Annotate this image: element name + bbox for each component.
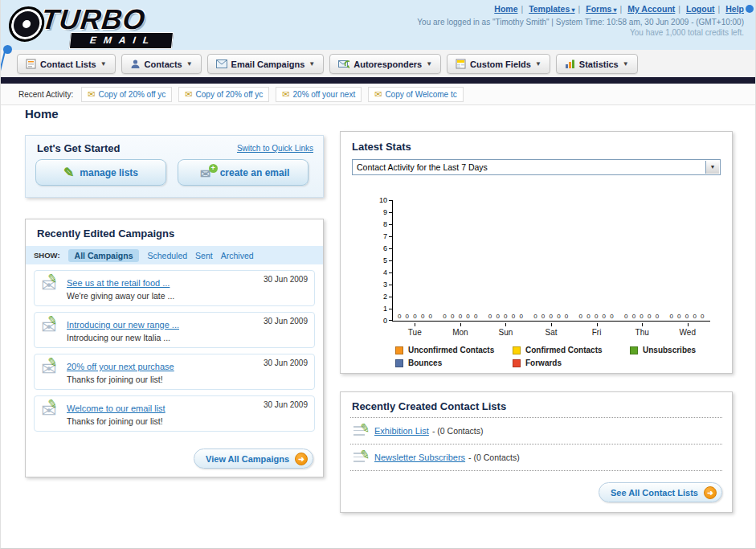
tab-autoresponders[interactable]: Autoresponders▼ <box>329 54 441 74</box>
see-all-contact-lists-button[interactable]: See All Contact Lists ➜ <box>599 482 722 502</box>
recent-activity-item[interactable]: ✉Copy of 20% off yc <box>178 87 269 102</box>
contact-list-link[interactable]: Newsletter Subscribers <box>374 453 465 462</box>
campaign-title-link[interactable]: See us at the retail food ... <box>67 278 170 288</box>
show-label: SHOW: <box>34 251 60 260</box>
legend-label: Unconfirmed Contacts <box>408 346 494 354</box>
contact-list-link[interactable]: Exhibition List <box>374 426 429 436</box>
login-info: You are logged in as "Timothy Smith" | S… <box>417 18 744 27</box>
campaign-title-link[interactable]: Welcome to our email list <box>67 404 166 413</box>
campaign-subtitle: Introducing our new Italia ... <box>67 333 259 342</box>
campaign-subtitle: We're giving away our late ... <box>67 291 259 301</box>
legend-label: Bounces <box>408 358 442 367</box>
campaign-date: 30 Jun 2009 <box>264 275 308 284</box>
logo-text-email: EMAIL <box>69 32 174 49</box>
tab-statistics[interactable]: Statistics▼ <box>556 54 638 74</box>
campaign-subtitle: Thanks for joining our list! <box>67 416 259 426</box>
see-all-contact-lists-label: See All Contact Lists <box>611 488 698 498</box>
filter-scheduled[interactable]: Scheduled <box>147 251 187 260</box>
recent-activity-text: Copy of 20% off yc <box>99 90 166 99</box>
chevron-down-icon: ▼ <box>623 60 629 68</box>
campaign-title-link[interactable]: 20% off your next purchase <box>67 362 174 371</box>
legend-swatch <box>395 346 403 354</box>
contact-list-row[interactable]: ✎ Newsletter Subscribers - (0 Contacts) <box>341 445 732 470</box>
tab-label: Contacts <box>145 59 182 69</box>
chevron-down-icon: ▼ <box>186 60 193 68</box>
view-all-campaigns-button[interactable]: View All Campaigns ➜ <box>194 449 313 469</box>
campaign-date: 30 Jun 2009 <box>264 358 308 367</box>
legend-item: Bounces <box>395 358 513 367</box>
tab-label: Email Campaigns <box>231 59 305 69</box>
tab-label: Autoresponders <box>353 59 422 69</box>
envelope-icon: ✉ <box>88 89 95 100</box>
campaigns-title: Recently Edited Campaigns <box>26 219 323 246</box>
nav-divider-bar <box>1 77 755 84</box>
tab-contact-lists[interactable]: Contact Lists▼ <box>17 54 116 74</box>
nav-separator: | <box>620 4 623 14</box>
envelope-pencil-icon: ✉✎ <box>39 400 67 423</box>
stats-chart-legend: Unconfirmed Contacts Confirmed Contacts … <box>395 346 717 371</box>
campaigns-filterbar: SHOW: All Campaigns Scheduled Sent Archi… <box>26 246 323 264</box>
nav-separator: | <box>678 4 680 14</box>
custom-fields-icon <box>456 59 466 69</box>
create-email-label: create an email <box>220 167 290 178</box>
campaigns-panel: Recently Edited Campaigns SHOW: All Camp… <box>25 219 324 477</box>
recent-activity-item[interactable]: ✉20% off your next <box>276 87 362 102</box>
envelope-plus-icon: ✉+ <box>197 166 215 179</box>
manage-lists-label: manage lists <box>80 167 138 178</box>
recent-activity-item[interactable]: ✉Copy of Welcome tc <box>368 87 464 102</box>
nav-link-logout[interactable]: Logout <box>686 4 715 14</box>
nav-separator: | <box>521 4 523 14</box>
legend-swatch <box>630 346 638 354</box>
email-campaigns-icon <box>216 59 227 68</box>
main-nav-bar: Contact Lists▼ Contacts▼ Email Campaigns… <box>1 50 755 77</box>
page-title: Home <box>25 107 59 121</box>
legend-label: Forwards <box>525 358 562 367</box>
envelope-pencil-icon: ✉✎ <box>39 275 67 297</box>
stats-chart-xlabels: TueMonSunSatFriThuWed <box>392 323 710 337</box>
create-email-button[interactable]: ✉+ create an email <box>178 159 309 186</box>
logo-text-turbo: TURBO <box>40 3 148 35</box>
chevron-down-icon: ▼ <box>309 60 315 68</box>
stats-period-dropdown[interactable]: Contact Activity for the Last 7 Days ▼ <box>352 159 721 175</box>
nav-link-forms[interactable]: Forms <box>586 4 616 14</box>
recent-activity-text: 20% off your next <box>293 90 356 99</box>
chevron-down-icon: ▼ <box>426 60 432 68</box>
campaign-row[interactable]: ✉✎ Welcome to our email list Thanks for … <box>34 395 315 432</box>
statistics-icon <box>565 59 575 69</box>
chevron-down-icon: ▼ <box>535 60 541 68</box>
divider <box>350 470 722 471</box>
nav-link-help[interactable]: Help <box>725 4 744 14</box>
tab-custom-fields[interactable]: Custom Fields▼ <box>447 54 550 74</box>
recent-activity-item[interactable]: ✉Copy of 20% off yc <box>81 87 172 102</box>
recent-activity-text: Copy of 20% off yc <box>196 90 264 99</box>
tab-contacts[interactable]: Contacts▼ <box>121 54 202 74</box>
campaign-row[interactable]: ✉✎ 20% off your next purchase Thanks for… <box>34 354 315 390</box>
campaign-row[interactable]: ✉✎ Introducing our new range ... Introdu… <box>34 312 315 348</box>
legend-item: Unconfirmed Contacts <box>395 346 513 354</box>
latest-stats-panel: Latest Stats Contact Activity for the La… <box>340 131 733 374</box>
campaign-subtitle: Thanks for joining our list! <box>67 375 259 384</box>
filter-sent[interactable]: Sent <box>195 251 213 260</box>
nav-link-my-account[interactable]: My Account <box>627 4 675 14</box>
campaign-title-link[interactable]: Introducing our new range ... <box>67 320 179 330</box>
contact-list-detail: - (0 Contacts) <box>468 453 520 462</box>
legend-swatch <box>513 359 521 367</box>
filter-archived[interactable]: Archived <box>221 251 254 260</box>
switch-quick-links-link[interactable]: Switch to Quick Links <box>237 144 313 153</box>
contact-list-row[interactable]: ✎ Exhibition List - (0 Contacts) <box>341 418 732 444</box>
app-window: TURBO EMAIL Home| Templates| Forms| My A… <box>0 0 756 549</box>
nav-link-templates[interactable]: Templates <box>529 4 574 14</box>
filter-all-campaigns[interactable]: All Campaigns <box>68 249 140 262</box>
view-all-campaigns-label: View All Campaigns <box>206 454 289 464</box>
campaign-row[interactable]: ✉✎ See us at the retail food ... We're g… <box>34 270 315 306</box>
envelope-icon: ✉ <box>374 89 382 100</box>
tab-email-campaigns[interactable]: Email Campaigns▼ <box>207 54 325 74</box>
campaign-date: 30 Jun 2009 <box>264 400 308 409</box>
contact-lists-icon <box>26 59 36 69</box>
contact-lists-panel: Recently Created Contact Lists ✎ Exhibit… <box>340 391 733 513</box>
annotation-marker <box>746 5 754 13</box>
nav-link-home[interactable]: Home <box>494 4 517 14</box>
manage-lists-button[interactable]: ✎ manage lists <box>35 159 166 186</box>
tab-label: Custom Fields <box>470 59 531 69</box>
chevron-down-icon: ▼ <box>100 60 107 68</box>
